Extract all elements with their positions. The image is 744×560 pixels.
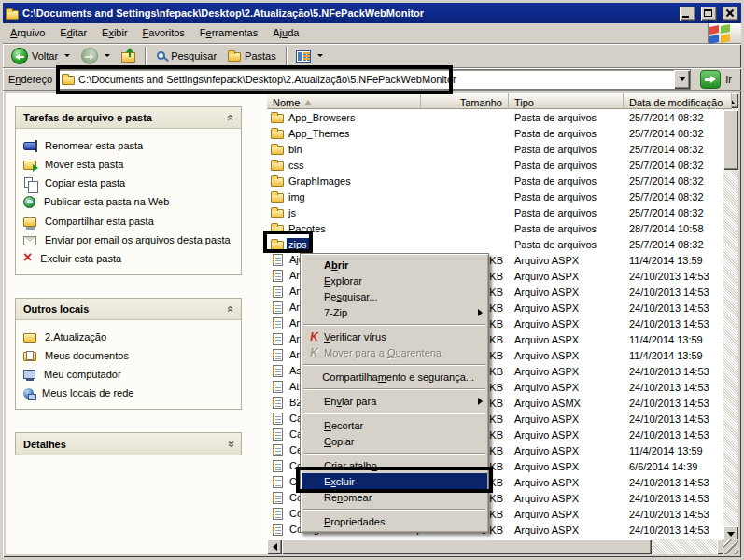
aspx-file-icon — [273, 286, 283, 298]
file-row[interactable]: GraphImagesPasta de arquivos25/7/2014 08… — [267, 173, 732, 189]
context-menu-item-propriedades[interactable]: Propriedades — [302, 513, 487, 529]
menu-item-label: Copiar — [324, 435, 474, 447]
file-type: Arquivo ASPX — [509, 271, 624, 282]
vertical-scroll-thumb[interactable] — [723, 110, 738, 170]
views-dropdown-icon[interactable] — [317, 54, 323, 57]
search-button[interactable]: Pesquisar — [150, 45, 221, 67]
context-menu-item-explorar[interactable]: Explorar — [302, 273, 487, 288]
horizontal-scrollbar[interactable] — [267, 539, 732, 554]
folders-button[interactable]: Pastas — [223, 45, 281, 67]
up-button[interactable] — [117, 45, 140, 67]
column-header-data-de-modifica-o[interactable]: Data de modificação — [624, 93, 732, 109]
horizontal-scroll-thumb[interactable] — [282, 539, 652, 554]
other-place-item[interactable]: Meu computador — [23, 364, 235, 383]
panel-other-places-header[interactable]: Outros locais « — [16, 299, 241, 320]
file-name[interactable]: Pacotes — [287, 222, 328, 235]
close-button[interactable] — [723, 7, 738, 21]
file-name[interactable]: GraphImages — [287, 175, 353, 188]
menu-favoritos[interactable]: Favoritos — [135, 23, 192, 43]
task-item[interactable]: Renomear esta pasta — [23, 135, 235, 154]
file-type: Arquivo ASPX — [509, 302, 624, 314]
chevron-up-icon[interactable]: « — [225, 305, 234, 312]
chevron-down-icon[interactable]: « — [225, 441, 234, 447]
panel-details-header[interactable]: Detalhes « — [16, 433, 241, 455]
context-menu-item-recortar[interactable]: Recortar — [302, 417, 487, 433]
back-dropdown-icon[interactable] — [64, 54, 70, 57]
file-row[interactable]: App_BrowsersPasta de arquivos25/7/2014 0… — [267, 109, 732, 125]
address-dropdown-button[interactable] — [674, 70, 690, 89]
resize-grip[interactable] — [723, 539, 738, 554]
column-header-tipo[interactable]: Tipo — [509, 93, 624, 109]
file-row[interactable]: cssPasta de arquivos25/7/2014 08:32 — [267, 157, 732, 173]
file-type: Arquivo ASPX — [509, 477, 624, 488]
file-row[interactable]: imgPasta de arquivos25/7/2014 08:32 — [267, 189, 732, 204]
context-menu-item-enviar-para[interactable]: Enviar para — [302, 393, 487, 409]
task-label: Mover esta pasta — [45, 157, 123, 170]
folder-icon — [271, 146, 284, 155]
context-menu-item-verificar-virus[interactable]: Verificar vírus — [302, 329, 487, 344]
context-menu-item-compartilhamento-e-seguranca[interactable]: Compartilhamento e segurança... — [302, 369, 487, 385]
forward-button[interactable] — [77, 45, 115, 67]
menu-item-label: Excluir — [324, 475, 474, 487]
minimize-button[interactable] — [680, 7, 695, 21]
chevron-up-icon[interactable]: « — [225, 114, 234, 120]
windows-logo — [708, 23, 741, 43]
maximize-button[interactable] — [701, 7, 717, 21]
task-item[interactable]: Copiar esta pasta — [23, 173, 235, 191]
file-name[interactable]: css — [287, 159, 306, 172]
back-label: Voltar — [32, 50, 58, 62]
forward-dropdown-icon[interactable] — [105, 54, 110, 57]
context-menu-item-excluir[interactable]: Excluir — [302, 473, 487, 489]
file-name[interactable]: bin — [287, 143, 304, 156]
panel-file-tasks-header[interactable]: Tarefas de arquivo e pasta « — [16, 107, 241, 129]
file-row[interactable]: PacotesPasta de arquivos28/7/2014 10:58 — [267, 220, 732, 236]
context-menu-item-7-zip[interactable]: 7-Zip — [302, 304, 487, 320]
aspx-file-icon — [273, 349, 283, 361]
views-button[interactable] — [291, 45, 328, 67]
context-menu-item-pesquisar[interactable]: Pesquisar... — [302, 288, 487, 304]
file-row[interactable]: binPasta de arquivos25/7/2014 08:32 — [267, 141, 732, 157]
column-header-nome[interactable]: Nome — [267, 93, 421, 109]
context-menu-item-abrir[interactable]: Abrir — [302, 257, 487, 273]
menu-editar[interactable]: Editar — [52, 23, 94, 43]
file-name[interactable]: js — [287, 206, 298, 219]
address-input[interactable]: C:\Documents and Settings\nfepack\Deskto… — [58, 69, 691, 90]
scroll-left-button[interactable] — [267, 539, 282, 554]
go-button[interactable]: Ir — [691, 70, 739, 89]
menu-ajuda[interactable]: Ajuda — [265, 23, 306, 43]
task-item[interactable]: Enviar por email os arquivos desta pasta — [23, 230, 235, 248]
file-name[interactable]: App_Themes — [287, 127, 351, 140]
vertical-scrollbar[interactable] — [723, 93, 738, 541]
task-item[interactable]: Mover esta pasta — [23, 154, 235, 173]
task-item[interactable]: Excluir esta pasta — [23, 248, 235, 267]
context-menu-item-criar-atalho[interactable]: Criar atalho — [302, 457, 487, 473]
task-item[interactable]: Publicar esta pasta na Web — [23, 191, 235, 211]
file-name[interactable]: App_Browsers — [287, 111, 358, 124]
file-type: Arquivo ASPX — [509, 461, 624, 472]
task-label: Enviar por email os arquivos desta pasta — [45, 232, 231, 245]
other-place-item[interactable]: Meus documentos — [23, 345, 235, 364]
aspx-file-icon — [273, 460, 283, 472]
menu-exibir[interactable]: Exibir — [94, 23, 135, 43]
file-row[interactable]: zipsPasta de arquivos25/7/2014 08:32 — [267, 236, 732, 252]
aspx-file-icon — [273, 301, 283, 314]
other-place-item[interactable]: 2.Atualização — [23, 327, 235, 345]
context-menu-item-renomear[interactable]: Renomear — [302, 489, 487, 505]
context-menu-item-copiar[interactable]: Copiar — [302, 433, 487, 449]
back-button[interactable]: Voltar — [7, 45, 75, 67]
address-path[interactable]: C:\Documents and Settings\nfepack\Deskto… — [78, 74, 670, 85]
file-row[interactable]: App_ThemesPasta de arquivos25/7/2014 08:… — [267, 125, 732, 141]
file-name[interactable]: zips — [287, 238, 309, 251]
folder-icon — [271, 161, 284, 171]
file-row[interactable]: jsPasta de arquivos25/7/2014 08:32 — [267, 204, 732, 220]
kaspersky-icon-disabled — [304, 346, 324, 359]
file-name[interactable]: img — [287, 190, 307, 203]
column-header-tamanho[interactable]: Tamanho — [421, 93, 509, 109]
other-place-item[interactable]: Meus locais de rede — [23, 383, 235, 401]
menu-ferramentas[interactable]: Ferramentas — [192, 23, 265, 43]
file-type: Arquivo ASPX — [509, 429, 624, 441]
folders-label: Pastas — [245, 50, 276, 62]
menu-arquivo[interactable]: Arquivo — [3, 23, 52, 43]
file-type: Pasta de arquivos — [509, 128, 624, 139]
task-item[interactable]: Compartilhar esta pasta — [23, 211, 235, 230]
